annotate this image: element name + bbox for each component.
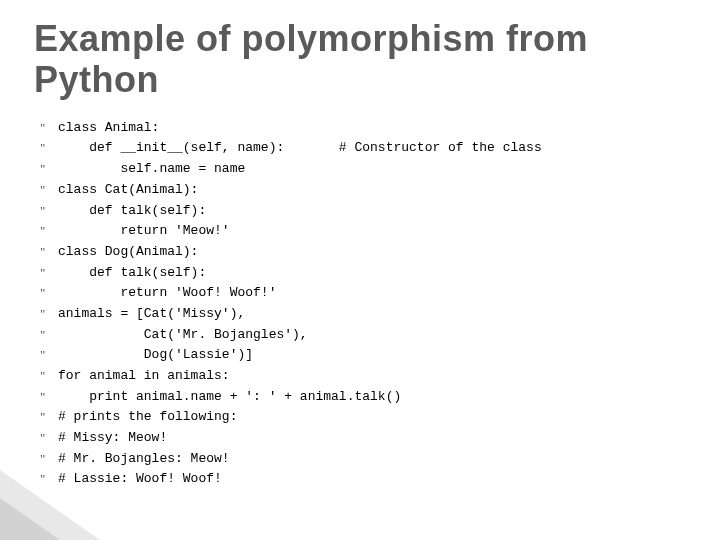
- code-line-item: " def talk(self):: [40, 264, 686, 282]
- bullet-glyph: ": [40, 139, 58, 157]
- bullet-glyph: ": [40, 367, 58, 385]
- code-text: Cat('Mr. Bojangles'),: [58, 326, 308, 344]
- code-text: # Missy: Meow!: [58, 429, 167, 447]
- slide-body: Example of polymorphism from Python "cla…: [0, 0, 720, 489]
- code-text: self.name = name: [58, 160, 245, 178]
- code-line-item: "for animal in animals:: [40, 367, 686, 385]
- code-line-item: "# Mr. Bojangles: Meow!: [40, 450, 686, 468]
- code-text: class Cat(Animal):: [58, 181, 198, 199]
- bullet-glyph: ": [40, 284, 58, 302]
- code-line-item: "class Animal:: [40, 119, 686, 137]
- bullet-glyph: ": [40, 202, 58, 220]
- code-text: def talk(self):: [58, 202, 206, 220]
- bullet-glyph: ": [40, 346, 58, 364]
- code-line-item: " return 'Meow!': [40, 222, 686, 240]
- slide-title: Example of polymorphism from Python: [34, 18, 686, 101]
- bullet-glyph: ": [40, 450, 58, 468]
- bullet-glyph: ": [40, 243, 58, 261]
- code-line-item: " return 'Woof! Woof!': [40, 284, 686, 302]
- code-line-item: " print animal.name + ': ' + animal.talk…: [40, 388, 686, 406]
- code-line-item: " Cat('Mr. Bojangles'),: [40, 326, 686, 344]
- code-text: print animal.name + ': ' + animal.talk(): [58, 388, 401, 406]
- code-line-item: " def __init__(self, name): # Constructo…: [40, 139, 686, 157]
- bullet-glyph: ": [40, 429, 58, 447]
- corner-decoration-inner: [0, 498, 60, 540]
- bullet-glyph: ": [40, 160, 58, 178]
- code-text: # Mr. Bojangles: Meow!: [58, 450, 230, 468]
- code-line-item: "class Dog(Animal):: [40, 243, 686, 261]
- code-line-item: "# prints the following:: [40, 408, 686, 426]
- code-line-item: "# Lassie: Woof! Woof!: [40, 470, 686, 488]
- bullet-glyph: ": [40, 222, 58, 240]
- code-line-item: " Dog('Lassie')]: [40, 346, 686, 364]
- code-text: def __init__(self, name): # Constructor …: [58, 139, 542, 157]
- code-text: Dog('Lassie')]: [58, 346, 253, 364]
- code-line-item: "class Cat(Animal):: [40, 181, 686, 199]
- bullet-glyph: ": [40, 119, 58, 137]
- code-list: "class Animal:" def __init__(self, name)…: [34, 119, 686, 489]
- code-text: # prints the following:: [58, 408, 237, 426]
- code-text: return 'Woof! Woof!': [58, 284, 276, 302]
- code-text: return 'Meow!': [58, 222, 230, 240]
- code-line-item: " def talk(self):: [40, 202, 686, 220]
- code-text: animals = [Cat('Missy'),: [58, 305, 245, 323]
- bullet-glyph: ": [40, 388, 58, 406]
- code-line-item: "# Missy: Meow!: [40, 429, 686, 447]
- bullet-glyph: ": [40, 305, 58, 323]
- bullet-glyph: ": [40, 408, 58, 426]
- bullet-glyph: ": [40, 181, 58, 199]
- code-line-item: "animals = [Cat('Missy'),: [40, 305, 686, 323]
- code-text: class Dog(Animal):: [58, 243, 198, 261]
- bullet-glyph: ": [40, 264, 58, 282]
- code-text: for animal in animals:: [58, 367, 230, 385]
- code-text: def talk(self):: [58, 264, 206, 282]
- bullet-glyph: ": [40, 326, 58, 344]
- code-line-item: " self.name = name: [40, 160, 686, 178]
- code-text: class Animal:: [58, 119, 159, 137]
